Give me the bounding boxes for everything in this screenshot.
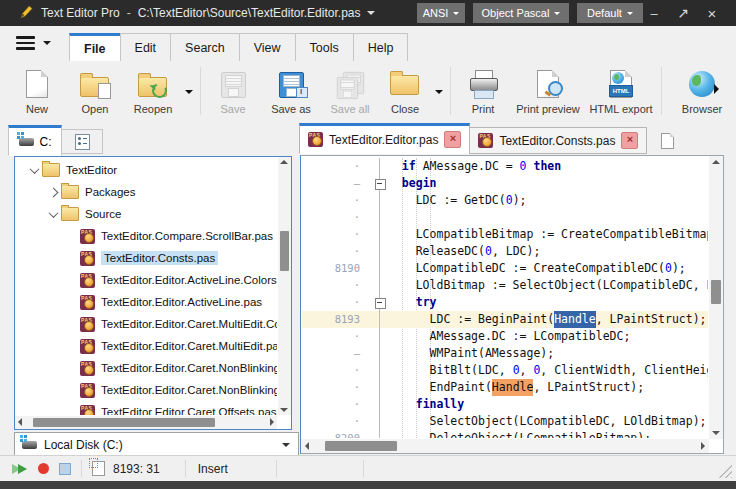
code-line[interactable]: · ReleaseDC(0, LDC); [302, 243, 708, 260]
line-number: – [302, 345, 360, 362]
close-dropdown-arrow[interactable] [432, 61, 445, 123]
close-tab-icon[interactable]: × [621, 132, 638, 149]
outline-icon [75, 134, 90, 150]
code-line[interactable]: · AMessage.DC := LCompatibleDC; [302, 328, 708, 345]
browser-button[interactable]: Browser [667, 61, 736, 123]
tree-horizontal-scrollbar[interactable] [15, 416, 277, 429]
tree-item-packages[interactable]: Packages [16, 181, 277, 203]
scroll-up-arrow-icon[interactable] [712, 160, 720, 164]
macro-record-icon[interactable] [38, 463, 49, 474]
chevron-right-icon[interactable] [45, 189, 61, 196]
chevron-down-icon[interactable] [45, 211, 61, 218]
code-line[interactable]: · try [302, 294, 708, 311]
close-tab-icon[interactable]: × [444, 131, 461, 148]
line-number: · [302, 328, 360, 345]
code-line[interactable]: · [302, 209, 708, 226]
scroll-left-arrow-icon[interactable] [305, 442, 309, 450]
editor-tab-texteditor-editor-pas[interactable]: PASTextEditor.Editor.pas× [299, 123, 470, 154]
maximize-button[interactable]: ↗ [672, 0, 694, 26]
code-line[interactable]: – WMPaint(AMessage); [302, 345, 708, 362]
tree-item-source[interactable]: Source [16, 203, 277, 225]
editor-horizontal-scrollbar[interactable] [301, 439, 709, 453]
editor-vertical-scrollbar[interactable] [709, 156, 723, 439]
html-export-button[interactable]: HTMLHTML export [586, 61, 656, 123]
theme-dropdown[interactable]: Default [577, 3, 643, 23]
code-token: 0 [665, 260, 672, 277]
toolbar-overflow-arrow[interactable] [714, 84, 724, 94]
macro-play-icon[interactable] [18, 464, 27, 474]
minimize-button[interactable]: – [643, 0, 665, 26]
pas-file-icon: PAS [80, 273, 95, 288]
pas-file-icon: PAS [80, 383, 95, 398]
tree-item-texteditor-editor-caret-multiedit-colors-pas[interactable]: PASTextEditor.Editor.Caret.MultiEdit.Col… [16, 313, 277, 335]
tab-drive-c[interactable]: C: [8, 125, 62, 156]
fold-collapse-icon[interactable] [375, 298, 386, 309]
reopen-dropdown-arrow[interactable] [182, 61, 195, 123]
menu-tab-view[interactable]: View [239, 33, 296, 62]
tree-item-texteditor-editor-activeline-pas[interactable]: PASTextEditor.Editor.ActiveLine.pas [16, 291, 277, 313]
resize-grip[interactable] [717, 463, 732, 478]
code-line[interactable]: · BitBlt(LDC, 0, 0, ClientWidth, ClientH… [302, 362, 708, 379]
tree-item-texteditor-compare-scrollbar-pas[interactable]: PASTextEditor.Compare.ScrollBar.pas [16, 225, 277, 247]
tree-vscroll-thumb[interactable] [280, 231, 289, 271]
code-area[interactable]: · if AMessage.DC = 0 then– begin· LDC :=… [302, 158, 708, 438]
editor-hscroll-thumb[interactable] [325, 441, 397, 451]
chevron-down-icon[interactable] [26, 167, 42, 174]
title-dropdown-caret[interactable] [367, 11, 375, 19]
encoding-dropdown[interactable]: ANSI [417, 3, 465, 23]
code-line-current[interactable]: 8193 LDC := BeginPaint(Handle, LPaintStr… [302, 311, 708, 328]
menu-tab-edit[interactable]: Edit [120, 33, 172, 62]
tree-hscroll-thumb[interactable] [33, 418, 215, 427]
tree-vertical-scrollbar[interactable] [278, 157, 291, 415]
tree-item-texteditor-editor-caret-nonblinking-pas[interactable]: PASTextEditor.Editor.Caret.NonBlinking.p… [16, 379, 277, 401]
tree-item-texteditor-editor-caret-multiedit-pas[interactable]: PASTextEditor.Editor.Caret.MultiEdit.pas [16, 335, 277, 357]
save-as-button[interactable]: Save as [260, 61, 322, 123]
code-token: ); [513, 192, 527, 209]
code-token: BitBlt(LDC, [388, 362, 513, 379]
tab-outline[interactable] [61, 129, 103, 154]
code-line[interactable]: – begin [302, 175, 708, 192]
code-line[interactable]: · SelectObject(LCompatibleDC, LOldBitmap… [302, 413, 708, 430]
fold-collapse-icon[interactable] [375, 179, 386, 190]
code-line[interactable]: · if AMessage.DC = 0 then [302, 158, 708, 175]
code-line[interactable]: · LDC := GetDC(0); [302, 192, 708, 209]
tree-item-texteditor[interactable]: TextEditor [16, 159, 277, 181]
code-line[interactable]: 8190 LCompatibleDC := CreateCompatibleDC… [302, 260, 708, 277]
print-button[interactable]: Print [456, 61, 510, 123]
tree-item-texteditor-editor-caret-offsets-pas[interactable]: PASTextEditor.Editor.Caret.Offsets.pas [16, 401, 277, 415]
menu-tab-help[interactable]: Help [353, 33, 409, 62]
menu-tab-file[interactable]: File [69, 33, 121, 62]
line-number: · [302, 294, 360, 311]
print-preview-button[interactable]: Print preview [510, 61, 586, 123]
scroll-left-arrow-icon[interactable] [18, 418, 22, 426]
tree-item-texteditor-editor-activeline-colors-pas[interactable]: PASTextEditor.Editor.ActiveLine.Colors.p… [16, 269, 277, 291]
scroll-down-arrow-icon[interactable] [280, 408, 288, 412]
reopen-button[interactable]: Reopen [124, 61, 182, 123]
code-editor[interactable]: · if AMessage.DC = 0 then– begin· LDC :=… [300, 155, 724, 454]
tree-item-texteditor-consts-pas[interactable]: PASTextEditor.Consts.pas [16, 247, 277, 269]
tree-item-texteditor-editor-caret-nonblinking-colors-pas[interactable]: PASTextEditor.Editor.Caret.NonBlinking.C… [16, 357, 277, 379]
close-button[interactable]: × [701, 0, 723, 26]
code-line[interactable]: · finally [302, 396, 708, 413]
scroll-right-arrow-icon[interactable] [701, 442, 705, 450]
reopen-folder-icon [135, 68, 171, 100]
menu-tab-tools[interactable]: Tools [295, 33, 354, 62]
syntax-dropdown[interactable]: Object Pascal [473, 3, 569, 23]
macro-stop-icon[interactable] [59, 463, 71, 475]
line-number: · [302, 379, 360, 396]
scroll-down-arrow-icon[interactable] [712, 431, 720, 435]
new-document-icon[interactable] [661, 133, 674, 149]
scroll-up-arrow-icon[interactable] [280, 160, 288, 164]
editor-vscroll-thumb[interactable] [711, 280, 721, 304]
open-button[interactable]: Open [66, 61, 124, 123]
main-menu-button[interactable] [16, 36, 51, 50]
code-line[interactable]: · LCompatibleBitmap := CreateCompatibleB… [302, 226, 708, 243]
new-button[interactable]: New [8, 61, 66, 123]
editor-tab-texteditor-consts-pas[interactable]: PASTextEditor.Consts.pas× [469, 127, 647, 154]
close-button[interactable]: Close [378, 61, 432, 123]
scroll-right-arrow-icon[interactable] [270, 418, 274, 426]
code-line[interactable]: · EndPaint(Handle, LPaintStruct); [302, 379, 708, 396]
code-line[interactable]: 8200 DeleteObject(LCompatibleBitmap); [302, 430, 708, 438]
code-line[interactable]: · LOldBitmap := SelectObject(LCompatible… [302, 277, 708, 294]
menu-tab-search[interactable]: Search [170, 33, 240, 62]
